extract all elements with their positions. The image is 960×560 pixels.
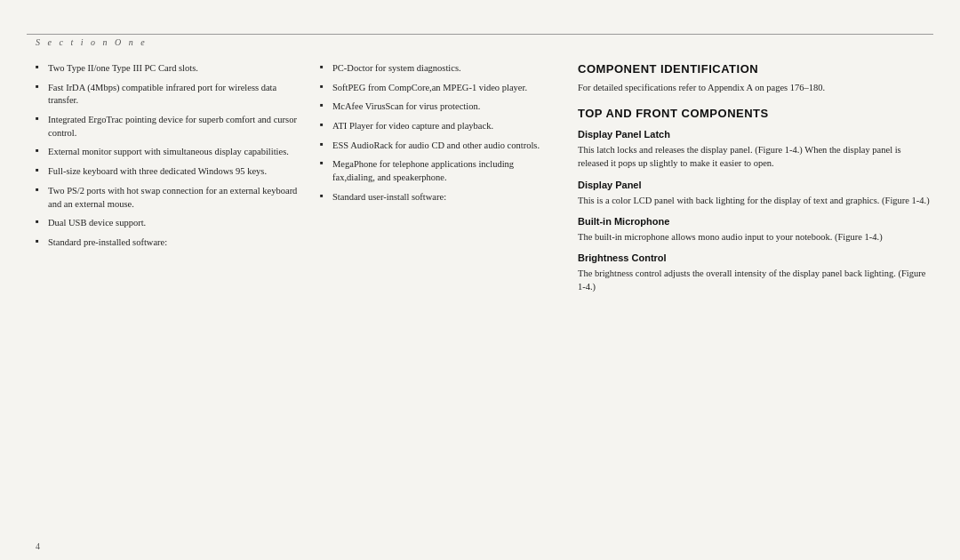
- top-front-title: TOP AND FRONT COMPONENTS: [578, 107, 933, 120]
- list-item: Standard pre-installed software:: [36, 236, 302, 250]
- section-header: S e c t i o n O n e: [36, 37, 148, 47]
- list-item: Standard user-install software:: [320, 191, 551, 204]
- list-item: ESS AudioRack for audio CD and other aud…: [320, 140, 551, 153]
- display-panel-latch-body: This latch locks and releases the displa…: [578, 143, 933, 170]
- content-area: Two Type II/one Type III PC Card slots. …: [36, 62, 933, 524]
- top-rule: [27, 34, 933, 35]
- list-item: Dual USB device support.: [36, 217, 302, 230]
- list-item: Two Type II/one Type III PC Card slots.: [36, 62, 302, 76]
- display-panel-title: Display Panel: [578, 180, 933, 190]
- display-panel-latch-title: Display Panel Latch: [578, 129, 933, 140]
- brightness-control-section: Brightness Control The brightness contro…: [578, 252, 933, 293]
- display-panel-latch-section: Display Panel Latch This latch locks and…: [578, 129, 933, 170]
- list-item: Full-size keyboard with three dedicated …: [36, 165, 302, 179]
- list-item: Fast IrDA (4Mbps) compatible infrared po…: [36, 82, 302, 108]
- mid-bullet-list: PC-Doctor for system diagnostics. SoftPE…: [320, 62, 551, 204]
- built-in-mic-title: Built-in Microphone: [578, 216, 933, 227]
- brightness-control-body: The brightness control adjusts the overa…: [578, 267, 933, 293]
- list-item: MegaPhone for telephone applications inc…: [320, 158, 551, 184]
- list-item: Two PS/2 ports with hot swap connection …: [36, 185, 302, 211]
- display-panel-body: This is a color LCD panel with back ligh…: [578, 194, 933, 207]
- list-item: PC-Doctor for system diagnostics.: [320, 62, 551, 76]
- mid-column: PC-Doctor for system diagnostics. SoftPE…: [311, 62, 560, 524]
- left-bullet-list: Two Type II/one Type III PC Card slots. …: [36, 62, 302, 250]
- list-item: McAfee VirusScan for virus protection.: [320, 100, 551, 114]
- page-number: 4: [36, 541, 40, 551]
- list-item: ATI Player for video capture and playbac…: [320, 120, 551, 133]
- display-panel-section: Display Panel This is a color LCD panel …: [578, 180, 933, 207]
- brightness-control-title: Brightness Control: [578, 252, 933, 263]
- list-item: External monitor support with simultaneo…: [36, 146, 302, 159]
- right-column: COMPONENT IDENTIFICATION For detailed sp…: [560, 62, 933, 524]
- component-id-title: COMPONENT IDENTIFICATION: [578, 62, 933, 76]
- list-item: Integrated ErgoTrac pointing device for …: [36, 114, 302, 140]
- component-id-desc: For detailed specifications refer to App…: [578, 81, 933, 94]
- left-column: Two Type II/one Type III PC Card slots. …: [36, 62, 311, 524]
- built-in-mic-section: Built-in Microphone The built-in microph…: [578, 216, 933, 244]
- page: S e c t i o n O n e Two Type II/one Type…: [0, 0, 960, 560]
- built-in-mic-body: The built-in microphone allows mono audi…: [578, 230, 933, 244]
- list-item: SoftPEG from CompCore,an MPEG-1 video pl…: [320, 82, 551, 95]
